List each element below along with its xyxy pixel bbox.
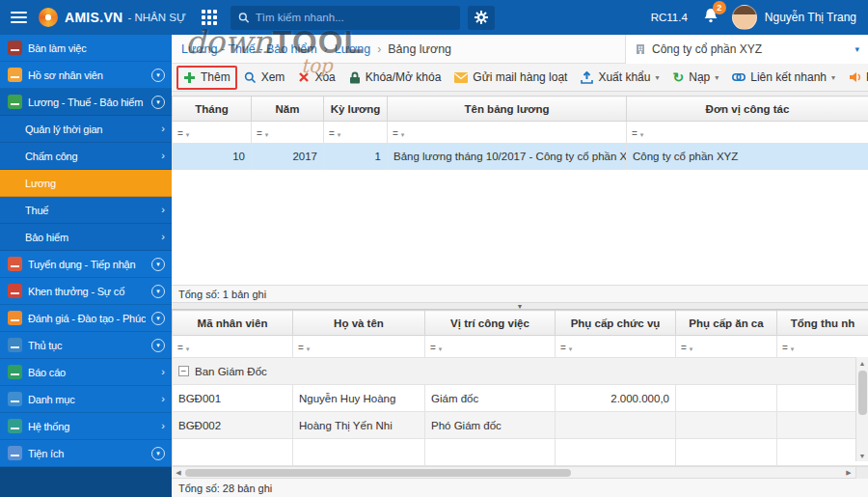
- delete-button[interactable]: Xóa: [291, 66, 341, 90]
- company-selector[interactable]: Công ty cổ phần XYZ ▾: [625, 35, 868, 64]
- envelope-icon: [454, 72, 468, 83]
- column-header-ten-bang-luong[interactable]: Tên bảng lương: [388, 97, 627, 122]
- chevron-down-circle-icon: ▾: [151, 312, 165, 325]
- sidebar-item-label: Lương - Thuế - Bảo hiểm: [28, 97, 146, 108]
- breadcrumb-item-current[interactable]: Bảng lương: [388, 42, 451, 56]
- reward-icon: [8, 284, 22, 298]
- filter-cell[interactable]: =▾: [324, 122, 388, 144]
- detail-row[interactable]: BGĐ002 Hoàng Thị Yến Nhi Phó Giám đốc: [173, 412, 868, 439]
- detail-record-count: Tổng số: 28 bản ghi: [178, 483, 272, 494]
- reload-button[interactable]: ↻ Nạp ▾: [665, 66, 725, 90]
- vertical-scroll-thumb[interactable]: [858, 371, 867, 415]
- column-header-phu-cap-an-ca[interactable]: Phụ cấp ăn ca: [676, 311, 777, 336]
- filter-cell[interactable]: =▾: [173, 336, 293, 358]
- column-header-ky-luong[interactable]: Kỳ lương: [324, 97, 388, 122]
- filter-cell[interactable]: =▾: [293, 336, 425, 358]
- payroll-empty-area: [172, 170, 868, 285]
- amis-logo-icon[interactable]: [39, 8, 58, 27]
- filter-operator-icon: =: [560, 344, 566, 353]
- horizontal-scrollbar[interactable]: ◀ ▶: [172, 466, 868, 478]
- view-button[interactable]: Xem: [237, 66, 292, 90]
- sidebar-subitem-label: Thuế: [25, 205, 155, 216]
- scroll-up-icon[interactable]: ▲: [859, 357, 866, 369]
- cell-tong-thu-nhap: [777, 412, 868, 439]
- payroll-row-selected[interactable]: 10 2017 1 Bảng lương tháng 10/2017 - Côn…: [173, 144, 868, 170]
- apps-grid-icon[interactable]: [202, 10, 217, 25]
- sidebar-subitem-luong-active[interactable]: Lương: [0, 170, 172, 197]
- collapse-group-icon[interactable]: −: [178, 366, 189, 376]
- column-header-nam[interactable]: Năm: [252, 97, 324, 122]
- sidebar-item-danh-muc[interactable]: Danh mục ›: [0, 386, 172, 413]
- payroll-filter-row: =▾ =▾ =▾ =▾ =▾: [173, 122, 868, 144]
- settings-gear-button[interactable]: [468, 6, 495, 30]
- horizontal-scroll-thumb[interactable]: [185, 469, 571, 477]
- filter-cell[interactable]: =▾: [425, 336, 556, 358]
- sidebar-subitem-thue[interactable]: Thuế ›: [0, 197, 172, 224]
- filter-cell[interactable]: =▾: [777, 336, 868, 358]
- chevron-down-icon: ▾: [265, 131, 269, 138]
- chevron-right-icon: ›: [161, 151, 165, 161]
- notifications-button[interactable]: 2: [703, 8, 719, 27]
- vertical-scrollbar[interactable]: ▲ ▼: [855, 357, 868, 461]
- filter-cell[interactable]: =▾: [388, 122, 627, 144]
- chevron-down-icon: ▾: [439, 345, 443, 352]
- column-header-vi-tri[interactable]: Vị trí công việc: [425, 311, 556, 336]
- column-header-don-vi[interactable]: Đơn vị công tác: [627, 97, 868, 122]
- user-menu[interactable]: Nguyễn Thị Trang: [765, 11, 856, 24]
- detail-footer: Tổng số: 28 bản ghi: [172, 478, 868, 497]
- chevron-down-icon: ▾: [690, 345, 693, 352]
- quick-links-button[interactable]: Liên kết nhanh ▾: [725, 66, 842, 90]
- avatar[interactable]: [732, 5, 757, 30]
- sidebar-item-ho-so-nhan-vien[interactable]: Hồ sơ nhân viên ▾: [0, 62, 172, 89]
- chevron-right-icon: ›: [161, 205, 165, 215]
- sidebar-subitem-quan-ly-thoi-gian[interactable]: Quản lý thời gian ›: [0, 116, 172, 143]
- button-label: Thêm: [201, 70, 231, 84]
- filter-cell[interactable]: =▾: [676, 336, 777, 358]
- sidebar-item-danh-gia[interactable]: Đánh giá - Đào tạo - Phúc lợi ▾: [0, 305, 172, 332]
- sidebar-item-label: Hệ thống: [28, 421, 155, 432]
- column-header-ho-va-ten[interactable]: Họ và tên: [293, 311, 425, 336]
- sidebar-item-tien-ich[interactable]: Tiện ích ▾: [0, 440, 172, 467]
- group-row-ban-giam-doc[interactable]: − Ban Giám Đốc: [173, 358, 868, 385]
- bulk-mail-button[interactable]: Gửi mail hàng loạt: [448, 66, 574, 90]
- scroll-down-icon[interactable]: ▼: [859, 450, 866, 461]
- filter-operator-icon: =: [329, 129, 335, 139]
- cell-ten-bang-luong: Bảng lương tháng 10/2017 - Công ty cổ ph…: [388, 144, 627, 170]
- quick-search-box[interactable]: [231, 6, 460, 30]
- grid-splitter[interactable]: ▼: [172, 302, 868, 310]
- filter-cell[interactable]: =▾: [252, 122, 324, 144]
- detail-row-empty[interactable]: [173, 439, 868, 466]
- column-header-phu-cap-chuc-vu[interactable]: Phụ cấp chức vụ: [556, 311, 676, 336]
- scroll-right-icon[interactable]: ▶: [842, 469, 855, 477]
- sidebar-item-thu-tuc[interactable]: Thủ tục ▾: [0, 332, 172, 359]
- filter-cell[interactable]: =▾: [556, 336, 676, 358]
- column-header-tong-thu-nhap[interactable]: Tổng thu nh: [777, 311, 868, 336]
- detail-row[interactable]: BGĐ001 Nguyễn Huy Hoàng Giám đốc 2.000.0…: [173, 385, 868, 412]
- filter-cell[interactable]: =▾: [627, 122, 868, 144]
- filter-cell[interactable]: =▾: [173, 122, 252, 144]
- button-label: Nạp: [689, 70, 710, 84]
- cell-ma-nhan-vien: BGĐ001: [173, 385, 293, 412]
- sidebar-item-ban-lam-viec[interactable]: Bàn làm việc: [0, 35, 172, 62]
- sidebar-item-he-thong[interactable]: Hệ thống ›: [0, 413, 172, 440]
- main-content: Lương - Thuế - Bảo hiểm › Lương › Bảng l…: [172, 35, 868, 497]
- breadcrumb-item[interactable]: Lương - Thuế - Bảo hiểm: [181, 42, 317, 56]
- export-button[interactable]: Xuất khẩu ▾: [574, 66, 665, 90]
- hamburger-menu-icon[interactable]: [0, 0, 37, 35]
- feedback-button[interactable]: Phản hồi: [842, 66, 868, 90]
- sidebar-item-khen-thuong[interactable]: Khen thưởng - Sự cố ▾: [0, 278, 172, 305]
- sidebar-item-bao-cao[interactable]: Báo cáo ›: [0, 359, 172, 386]
- scroll-left-icon[interactable]: ◀: [172, 469, 185, 477]
- sidebar-item-tuyen-dung[interactable]: Tuyển dụng - Tiếp nhận ▾: [0, 251, 172, 278]
- sidebar-subitem-cham-cong[interactable]: Chấm công ›: [0, 143, 172, 170]
- sidebar-subitem-bao-hiem[interactable]: Bảo hiểm ›: [0, 224, 172, 251]
- export-icon: [581, 71, 593, 84]
- lock-unlock-button[interactable]: Khóa/Mở khóa: [342, 66, 448, 90]
- add-button[interactable]: Thêm: [176, 66, 237, 90]
- column-header-thang[interactable]: Tháng: [173, 97, 252, 122]
- column-header-ma-nhan-vien[interactable]: Mã nhân viên: [173, 311, 293, 336]
- cell-ky-luong: 1: [324, 144, 388, 170]
- breadcrumb-item[interactable]: Lương: [335, 42, 370, 56]
- sidebar-item-luong-thue-bao-hiem[interactable]: Lương - Thuế - Bảo hiểm ▾: [0, 89, 172, 116]
- search-input[interactable]: [256, 12, 452, 23]
